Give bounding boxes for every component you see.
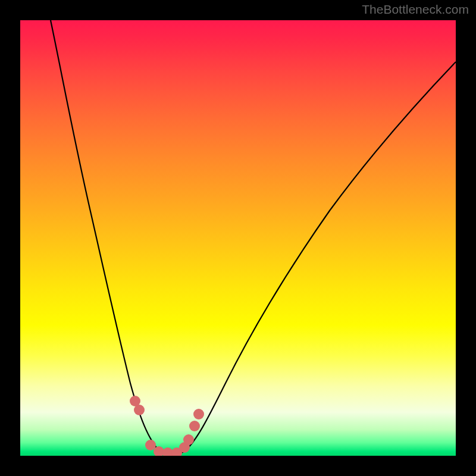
marker-point xyxy=(193,409,204,419)
watermark-text: TheBottleneck.com xyxy=(362,2,469,17)
marker-point xyxy=(189,421,200,431)
plot-area xyxy=(20,20,456,456)
marker-point xyxy=(134,405,145,415)
bottleneck-curve xyxy=(51,20,456,455)
marker-group xyxy=(130,396,204,456)
chart-svg xyxy=(20,20,456,456)
marker-point xyxy=(183,434,194,445)
marker-point xyxy=(145,440,156,450)
